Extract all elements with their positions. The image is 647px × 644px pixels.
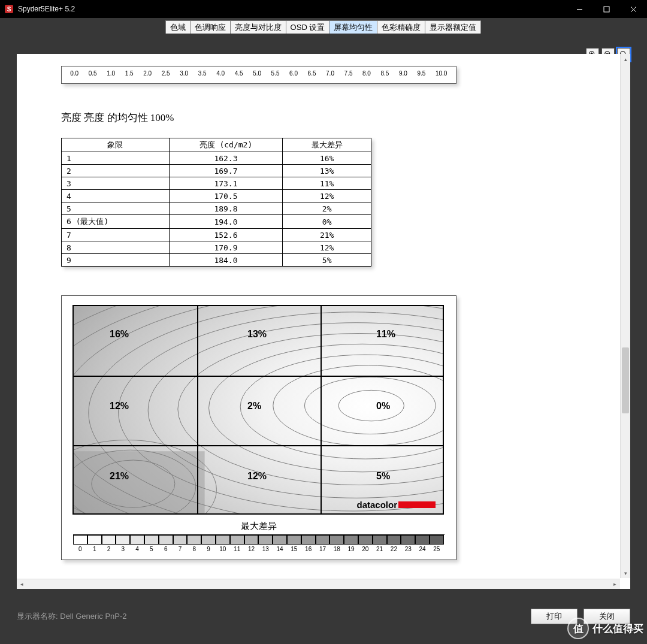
app-frame: 色域色调响应亮度与对比度OSD 设置屏幕均匀性色彩精确度显示器额定值 <box>0 18 647 644</box>
contour-cell-8: 12% <box>247 471 267 482</box>
legend-seg: 4 <box>130 535 144 554</box>
tab-1[interactable]: 色调响应 <box>190 20 231 34</box>
legend-seg: 16 <box>301 535 316 554</box>
maximize-button[interactable] <box>593 0 620 18</box>
luminance-table: 象限 亮度 (cd/m2) 最大差异 1162.316%2169.713%317… <box>61 138 371 267</box>
section-title: 亮度 亮度 的均匀性 100% <box>61 111 583 125</box>
cell-maxdiff: 11% <box>283 177 371 190</box>
legend-seg: 5 <box>144 535 159 554</box>
tab-0[interactable]: 色域 <box>165 20 191 34</box>
tab-5[interactable]: 色彩精确度 <box>377 20 425 34</box>
axis-tick: 8.0 <box>362 70 371 77</box>
scroll-up-arrow[interactable]: ▴ <box>621 54 630 64</box>
axis-tick: 6.0 <box>289 70 298 77</box>
axis-tick: 10.0 <box>436 70 447 77</box>
tab-row: 色域色调响应亮度与对比度OSD 设置屏幕均匀性色彩精确度显示器额定值 <box>0 18 647 34</box>
table-header-row: 象限 亮度 (cd/m2) 最大差异 <box>62 138 371 152</box>
contour-cell-9: 5% <box>376 471 390 482</box>
cell-luminance: 184.0 <box>169 254 283 267</box>
axis-tick: 5.5 <box>271 70 280 77</box>
horizontal-scrollbar[interactable]: ◂ ▸ <box>17 579 620 589</box>
cell-maxdiff: 21% <box>283 229 371 241</box>
cell-luminance: 194.0 <box>169 215 283 229</box>
legend-seg: 22 <box>387 535 401 554</box>
cell-quadrant: 9 <box>62 254 170 267</box>
axis-tick: 4.5 <box>235 70 243 77</box>
cell-quadrant: 2 <box>62 165 170 177</box>
cell-quadrant: 1 <box>62 152 170 165</box>
tab-2[interactable]: 亮度与对比度 <box>230 20 286 34</box>
window-titlebar: S Spyder5Elite+ 5.2 <box>0 0 647 18</box>
close-icon <box>630 6 637 13</box>
scroll-down-arrow[interactable]: ▾ <box>621 568 630 578</box>
cell-quadrant: 5 <box>62 202 170 215</box>
col-quadrant: 象限 <box>62 138 170 152</box>
scrollbar-thumb[interactable] <box>622 347 629 413</box>
footer-bar: 显示器名称: Dell Generic PnP-2 打印 关闭 <box>0 589 647 644</box>
scroll-left-arrow[interactable]: ◂ <box>17 579 27 589</box>
contour-cell-3: 11% <box>376 329 395 340</box>
legend-bar: 0123456789101112131415161718192021222324… <box>73 534 445 554</box>
table-row: 7152.621% <box>62 229 371 241</box>
legend-seg: 21 <box>373 535 387 554</box>
legend-seg: 17 <box>316 535 330 554</box>
legend-seg: 11 <box>230 535 244 554</box>
watermark-text: 什么值得买 <box>592 622 643 636</box>
legend-seg: 7 <box>173 535 188 554</box>
vertical-scrollbar[interactable]: ▴ ▾ <box>620 54 630 578</box>
table-row: 9184.05% <box>62 254 371 267</box>
datacolor-brand: datacolor <box>356 500 436 510</box>
previous-chart-tail: 0.00.51.01.52.02.53.03.54.04.55.05.56.06… <box>61 66 456 84</box>
tab-4[interactable]: 屏幕均匀性 <box>329 20 377 34</box>
table-row: 2169.713% <box>62 165 371 177</box>
legend-seg: 15 <box>287 535 301 554</box>
contour-card: 16%13%11%12%2%0%21%12%5% datacolor 最大差异 … <box>61 295 456 560</box>
smzdm-watermark: 值 什么值得买 <box>567 618 643 639</box>
legend-seg: 0 <box>73 535 87 554</box>
cell-luminance: 169.7 <box>169 165 283 177</box>
axis-tick: 7.5 <box>344 70 353 77</box>
legend-seg: 23 <box>401 535 415 554</box>
legend-title: 最大差异 <box>72 521 445 532</box>
cell-maxdiff: 16% <box>283 152 371 165</box>
legend-seg: 2 <box>102 535 116 554</box>
axis-tick: 3.5 <box>198 70 207 77</box>
axis-tick: 1.5 <box>125 70 134 77</box>
legend-seg: 13 <box>258 535 273 554</box>
axis-tick: 1.0 <box>107 70 115 77</box>
minimize-icon <box>576 6 583 13</box>
app-logo: S <box>5 5 13 13</box>
cell-luminance: 170.5 <box>169 190 283 202</box>
cell-quadrant: 3 <box>62 177 170 190</box>
cell-luminance: 162.3 <box>169 152 283 165</box>
legend-seg: 6 <box>159 535 173 554</box>
axis-tick: 0.0 <box>70 70 78 77</box>
window-title: Spyder5Elite+ 5.2 <box>18 5 566 13</box>
minimize-button[interactable] <box>566 0 593 18</box>
tab-6[interactable]: 显示器额定值 <box>425 20 481 34</box>
legend-seg: 20 <box>358 535 373 554</box>
contour-cell-1: 16% <box>110 329 129 340</box>
datacolor-bar <box>398 501 436 508</box>
tab-3[interactable]: OSD 设置 <box>286 20 330 34</box>
axis-tick: 0.5 <box>89 70 97 77</box>
report-panel: 0.00.51.01.52.02.53.03.54.04.55.05.56.06… <box>17 54 630 589</box>
contour-cell-6: 0% <box>376 401 390 412</box>
scroll-right-arrow[interactable]: ▸ <box>610 579 620 589</box>
axis-tick: 5.0 <box>253 70 261 77</box>
axis-tick: 8.5 <box>381 70 389 77</box>
cell-quadrant: 7 <box>62 229 170 241</box>
contour-cell-2: 13% <box>247 329 267 340</box>
contour-plot: 16%13%11%12%2%0%21%12%5% datacolor <box>72 305 444 515</box>
close-button[interactable] <box>620 0 647 18</box>
contour-cell-5: 2% <box>247 401 261 412</box>
legend-seg: 8 <box>187 535 201 554</box>
legend-seg: 1 <box>87 535 102 554</box>
col-maxdiff: 最大差异 <box>283 138 371 152</box>
cell-quadrant: 6 (最大值) <box>62 215 170 229</box>
axis-tick: 2.5 <box>162 70 170 77</box>
cell-maxdiff: 12% <box>283 241 371 254</box>
legend-seg: 19 <box>344 535 358 554</box>
legend-seg: 9 <box>201 535 216 554</box>
cell-luminance: 189.8 <box>169 202 283 215</box>
